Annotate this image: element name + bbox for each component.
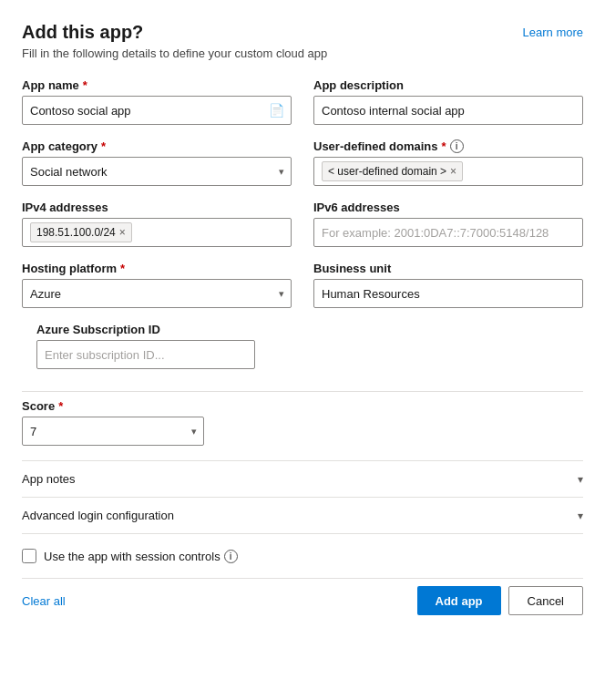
header-text: Add this app? Fill in the following deta… (22, 22, 327, 60)
azure-subscription-input[interactable] (36, 340, 255, 369)
learn-more-link[interactable]: Learn more (523, 26, 583, 39)
required-star: * (83, 78, 87, 92)
business-unit-field: Business unit (313, 262, 583, 308)
azure-subscription-label: Azure Subscription ID (36, 323, 292, 336)
divider-1 (22, 391, 583, 392)
subscription-spacer (313, 323, 583, 384)
cancel-button[interactable]: Cancel (508, 586, 583, 615)
app-category-field: App category * Social network Business C… (22, 139, 292, 186)
domain-tag: < user-defined domain > × (322, 161, 463, 181)
clear-all-link[interactable]: Clear all (22, 594, 66, 608)
app-notes-section[interactable]: App notes ▾ (22, 461, 583, 498)
hosting-platform-field: Hosting platform * Azure AWS Google Clou… (22, 262, 292, 308)
score-field: Score * 1234 567 8910 ▾ (22, 399, 583, 446)
azure-subscription-field: Azure Subscription ID (22, 323, 292, 369)
app-category-select[interactable]: Social network Business Collaboration Fi… (22, 157, 292, 186)
footer-row: Clear all Add app Cancel (22, 578, 583, 615)
domain-tag-text: < user-defined domain > (328, 165, 446, 178)
ipv6-label: IPv6 addresses (313, 201, 583, 214)
dialog-title: Add this app? (22, 22, 327, 43)
domains-info-icon[interactable]: i (450, 139, 464, 153)
app-name-input[interactable] (22, 96, 292, 125)
footer-buttons: Add app Cancel (417, 586, 583, 615)
score-label: Score * (22, 399, 583, 413)
session-controls-label[interactable]: Use the app with session controls i (44, 550, 238, 563)
business-unit-input[interactable] (313, 279, 583, 308)
hosting-platform-select[interactable]: Azure AWS Google Cloud On-premises Other (22, 279, 292, 308)
add-app-dialog: Add this app? Fill in the following deta… (0, 0, 605, 633)
user-defined-domains-input[interactable]: < user-defined domain > × (313, 157, 583, 186)
ipv4-tag-close[interactable]: × (119, 226, 126, 239)
ipv4-field: IPv4 addresses 198.51.100.0/24 × (22, 201, 292, 247)
dialog-subtitle: Fill in the following details to define … (22, 46, 327, 60)
required-star-category: * (101, 139, 106, 153)
session-controls-info-icon[interactable]: i (224, 550, 238, 563)
header-row: Add this app? Fill in the following deta… (22, 22, 583, 60)
user-defined-domains-label: User-defined domains * i (313, 139, 583, 153)
app-category-select-wrapper: Social network Business Collaboration Fi… (22, 157, 292, 186)
domain-tag-close[interactable]: × (450, 165, 456, 178)
required-star-score: * (58, 399, 63, 413)
form-grid: App name * 📄 App description App categor… (22, 78, 583, 384)
score-select-wrapper: 1234 567 8910 ▾ (22, 417, 204, 446)
app-notes-label: App notes (22, 472, 76, 486)
app-description-label: App description (313, 78, 583, 92)
required-star-domains: * (442, 139, 446, 153)
chevron-down-advanced-icon: ▾ (578, 510, 583, 522)
chevron-down-app-notes-icon: ▾ (578, 473, 583, 486)
add-app-button[interactable]: Add app (417, 586, 501, 615)
session-controls-row: Use the app with session controls i (22, 549, 583, 563)
ipv4-label: IPv4 addresses (22, 201, 292, 214)
ipv6-field: IPv6 addresses (313, 201, 583, 247)
app-description-input[interactable] (313, 96, 583, 125)
ipv4-tag: 198.51.100.0/24 × (30, 222, 132, 242)
app-category-label: App category * (22, 139, 292, 153)
session-controls-checkbox[interactable] (22, 549, 36, 563)
app-description-field: App description (313, 78, 583, 125)
business-unit-label: Business unit (313, 262, 583, 275)
ipv4-input[interactable]: 198.51.100.0/24 × (22, 218, 292, 247)
user-defined-domains-field: User-defined domains * i < user-defined … (313, 139, 583, 186)
score-select[interactable]: 1234 567 8910 (22, 417, 204, 446)
app-name-label: App name * (22, 78, 292, 92)
advanced-login-section[interactable]: Advanced login configuration ▾ (22, 498, 583, 534)
ipv6-input[interactable] (313, 218, 583, 247)
ipv4-tag-text: 198.51.100.0/24 (36, 226, 116, 239)
advanced-login-label: Advanced login configuration (22, 509, 174, 522)
app-name-field: App name * 📄 (22, 78, 292, 125)
hosting-platform-select-wrapper: Azure AWS Google Cloud On-premises Other… (22, 279, 292, 308)
required-star-hosting: * (120, 262, 125, 275)
hosting-platform-label: Hosting platform * (22, 262, 292, 275)
